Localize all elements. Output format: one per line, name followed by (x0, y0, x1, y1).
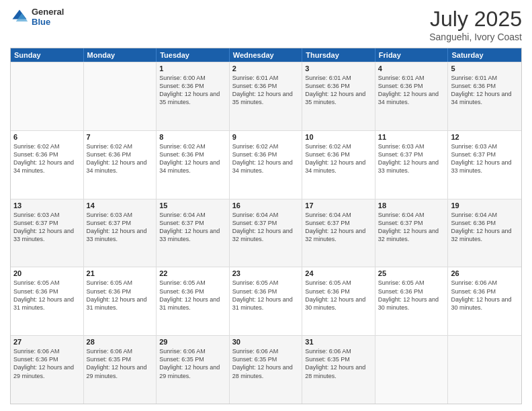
calendar-cell: 27Sunrise: 6:06 AMSunset: 6:36 PMDayligh… (11, 336, 84, 404)
month-year: July 2025 (429, 7, 522, 32)
day-info: Sunrise: 6:04 AMSunset: 6:36 PMDaylight:… (451, 211, 519, 244)
calendar-row: 27Sunrise: 6:06 AMSunset: 6:36 PMDayligh… (11, 335, 521, 404)
day-info: Sunrise: 6:03 AMSunset: 6:37 PMDaylight:… (87, 211, 154, 244)
header: General Blue July 2025 Sanguehi, Ivory C… (10, 7, 522, 42)
day-number: 4 (378, 64, 445, 73)
day-info: Sunrise: 6:02 AMSunset: 6:36 PMDaylight:… (232, 142, 300, 175)
calendar-header-cell: Saturday (448, 48, 521, 62)
day-number: 30 (232, 338, 300, 346)
calendar-cell: 18Sunrise: 6:04 AMSunset: 6:37 PMDayligh… (375, 199, 449, 267)
day-info: Sunrise: 6:06 AMSunset: 6:36 PMDaylight:… (451, 279, 519, 312)
day-info: Sunrise: 6:03 AMSunset: 6:37 PMDaylight:… (13, 211, 81, 244)
day-info: Sunrise: 6:05 AMSunset: 6:36 PMDaylight:… (159, 279, 226, 312)
calendar-cell (11, 62, 84, 130)
day-info: Sunrise: 6:02 AMSunset: 6:36 PMDaylight:… (13, 142, 81, 175)
day-info: Sunrise: 6:05 AMSunset: 6:36 PMDaylight:… (13, 279, 81, 312)
day-info: Sunrise: 6:06 AMSunset: 6:35 PMDaylight:… (87, 347, 154, 380)
day-number: 24 (305, 269, 372, 277)
calendar-cell: 4Sunrise: 6:01 AMSunset: 6:36 PMDaylight… (375, 62, 449, 130)
day-number: 23 (232, 269, 300, 277)
calendar-cell: 14Sunrise: 6:03 AMSunset: 6:37 PMDayligh… (84, 199, 157, 267)
day-number: 8 (159, 133, 226, 141)
day-info: Sunrise: 6:01 AMSunset: 6:36 PMDaylight:… (232, 74, 300, 107)
day-info: Sunrise: 6:04 AMSunset: 6:37 PMDaylight:… (232, 211, 300, 244)
calendar-cell: 28Sunrise: 6:06 AMSunset: 6:35 PMDayligh… (84, 336, 157, 404)
day-number: 17 (305, 201, 372, 210)
day-number: 20 (13, 269, 81, 277)
day-info: Sunrise: 6:06 AMSunset: 6:36 PMDaylight:… (13, 347, 81, 380)
calendar-cell: 5Sunrise: 6:01 AMSunset: 6:36 PMDaylight… (448, 62, 521, 130)
calendar-header-cell: Wednesday (230, 48, 303, 62)
day-number: 13 (13, 201, 81, 210)
day-number: 27 (13, 338, 81, 346)
day-number: 11 (378, 133, 445, 141)
calendar-header-cell: Thursday (302, 48, 375, 62)
day-info: Sunrise: 6:01 AMSunset: 6:36 PMDaylight:… (451, 74, 519, 107)
logo-general: General (32, 7, 64, 17)
day-number: 29 (159, 338, 226, 346)
day-info: Sunrise: 6:04 AMSunset: 6:37 PMDaylight:… (378, 211, 445, 244)
day-info: Sunrise: 6:02 AMSunset: 6:36 PMDaylight:… (305, 142, 372, 175)
calendar-cell: 30Sunrise: 6:06 AMSunset: 6:35 PMDayligh… (230, 336, 303, 404)
day-number: 26 (451, 269, 519, 277)
calendar-cell: 25Sunrise: 6:05 AMSunset: 6:36 PMDayligh… (375, 267, 449, 335)
calendar-cell: 29Sunrise: 6:06 AMSunset: 6:35 PMDayligh… (157, 336, 230, 404)
calendar-cell: 20Sunrise: 6:05 AMSunset: 6:36 PMDayligh… (11, 267, 84, 335)
calendar-row: 1Sunrise: 6:00 AMSunset: 6:36 PMDaylight… (11, 62, 521, 130)
day-number: 1 (159, 64, 226, 73)
day-info: Sunrise: 6:05 AMSunset: 6:36 PMDaylight:… (232, 279, 300, 312)
calendar-header-cell: Monday (84, 48, 157, 62)
logo: General Blue (10, 7, 64, 27)
calendar-cell: 1Sunrise: 6:00 AMSunset: 6:36 PMDaylight… (157, 62, 230, 130)
calendar-cell: 19Sunrise: 6:04 AMSunset: 6:36 PMDayligh… (448, 199, 521, 267)
day-number: 14 (87, 201, 154, 210)
day-number: 12 (451, 133, 519, 141)
calendar-cell: 31Sunrise: 6:06 AMSunset: 6:35 PMDayligh… (302, 336, 375, 404)
calendar-cell: 13Sunrise: 6:03 AMSunset: 6:37 PMDayligh… (11, 199, 84, 267)
day-info: Sunrise: 6:04 AMSunset: 6:37 PMDaylight:… (305, 211, 372, 244)
calendar-cell: 11Sunrise: 6:03 AMSunset: 6:37 PMDayligh… (375, 131, 449, 199)
calendar-body: 1Sunrise: 6:00 AMSunset: 6:36 PMDaylight… (11, 62, 521, 404)
day-number: 22 (159, 269, 226, 277)
day-number: 28 (87, 338, 154, 346)
day-info: Sunrise: 6:05 AMSunset: 6:36 PMDaylight:… (378, 279, 445, 312)
calendar-cell: 24Sunrise: 6:05 AMSunset: 6:36 PMDayligh… (302, 267, 375, 335)
day-info: Sunrise: 6:01 AMSunset: 6:36 PMDaylight:… (378, 74, 445, 107)
day-number: 2 (232, 64, 300, 73)
day-info: Sunrise: 6:06 AMSunset: 6:35 PMDaylight:… (159, 347, 226, 380)
day-info: Sunrise: 6:06 AMSunset: 6:35 PMDaylight:… (232, 347, 300, 380)
calendar-cell: 17Sunrise: 6:04 AMSunset: 6:37 PMDayligh… (302, 199, 375, 267)
location: Sanguehi, Ivory Coast (429, 32, 522, 42)
calendar-header-cell: Friday (375, 48, 449, 62)
calendar-cell (84, 62, 157, 130)
day-number: 7 (87, 133, 154, 141)
day-number: 31 (305, 338, 372, 346)
calendar-cell: 7Sunrise: 6:02 AMSunset: 6:36 PMDaylight… (84, 131, 157, 199)
calendar-cell (448, 336, 521, 404)
calendar-row: 13Sunrise: 6:03 AMSunset: 6:37 PMDayligh… (11, 199, 521, 267)
day-info: Sunrise: 6:03 AMSunset: 6:37 PMDaylight:… (378, 142, 445, 175)
day-info: Sunrise: 6:02 AMSunset: 6:36 PMDaylight:… (87, 142, 154, 175)
day-number: 10 (305, 133, 372, 141)
calendar-cell: 6Sunrise: 6:02 AMSunset: 6:36 PMDaylight… (11, 131, 84, 199)
calendar-cell: 8Sunrise: 6:02 AMSunset: 6:36 PMDaylight… (157, 131, 230, 199)
day-number: 16 (232, 201, 300, 210)
calendar-cell (375, 336, 449, 404)
day-number: 15 (159, 201, 226, 210)
page: General Blue July 2025 Sanguehi, Ivory C… (0, 0, 532, 411)
calendar-cell: 15Sunrise: 6:04 AMSunset: 6:37 PMDayligh… (157, 199, 230, 267)
day-info: Sunrise: 6:06 AMSunset: 6:35 PMDaylight:… (305, 347, 372, 380)
calendar-header-cell: Tuesday (157, 48, 230, 62)
calendar-header-cell: Sunday (11, 48, 84, 62)
calendar-cell: 2Sunrise: 6:01 AMSunset: 6:36 PMDaylight… (230, 62, 303, 130)
calendar-cell: 26Sunrise: 6:06 AMSunset: 6:36 PMDayligh… (448, 267, 521, 335)
day-number: 6 (13, 133, 81, 141)
calendar-row: 6Sunrise: 6:02 AMSunset: 6:36 PMDaylight… (11, 130, 521, 199)
day-number: 9 (232, 133, 300, 141)
day-info: Sunrise: 6:05 AMSunset: 6:36 PMDaylight:… (87, 279, 154, 312)
day-number: 3 (305, 64, 372, 73)
calendar-cell: 22Sunrise: 6:05 AMSunset: 6:36 PMDayligh… (157, 267, 230, 335)
logo-blue: Blue (32, 17, 64, 27)
day-number: 18 (378, 201, 445, 210)
logo-text: General Blue (32, 7, 64, 27)
